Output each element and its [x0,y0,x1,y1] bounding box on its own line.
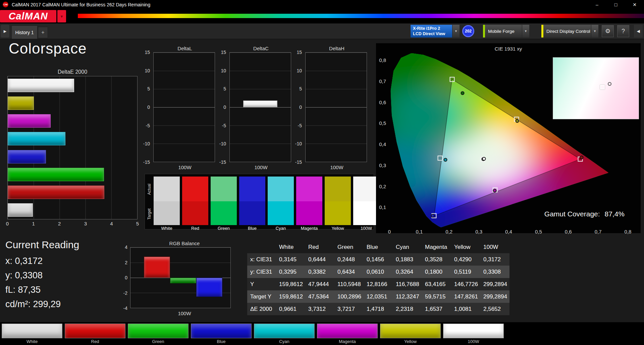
axis-tick-label: 0,4 [505,229,512,234]
current-reading-title: Current Reading [5,239,79,251]
source-dropdown[interactable]: Mobile Forge [483,25,522,38]
delta-plot-area [229,52,291,162]
axis-tick-label: -15 [295,159,302,165]
rgb-y-axis: 420-2-4 [118,247,129,308]
display-control-dropdown[interactable]: Direct Display Control [541,25,591,38]
swatch-column: 100W [353,177,379,231]
table-value-cell: 299,2894 [480,278,509,290]
logo-menu-dropdown[interactable]: ▼ [57,10,66,22]
swatch-label: Magenta [296,225,322,231]
expand-panel-icon[interactable]: ▶ [1,25,9,38]
rgb-balance-title: RGB Balance [130,240,239,247]
axis-tick-label: 4 [110,221,113,226]
table-value-cell: 0,5119 [451,266,480,278]
current-reading-panel: Current Reading x: 0,3172y: 0,3308fL: 87… [5,239,79,314]
table-value-cell: 100,2896 [334,290,364,303]
patch-button-white[interactable] [2,324,62,338]
table-value-cell: 159,8612 [276,290,305,303]
axis-tick-label: 0,4 [379,141,386,147]
patch-button-cyan[interactable] [254,324,315,338]
patch-label: Cyan [254,339,315,344]
table-row-label: x: CIE31 [247,253,276,266]
source-dropdown-arrow-icon[interactable]: ▼ [522,25,529,38]
patch-button-blue[interactable] [191,324,252,338]
help-icon[interactable]: ? [617,25,629,37]
table-value-cell: 2,2318 [393,303,422,315]
axis-tick-label: 2 [58,221,61,226]
reading-line: cd/m²: 299,29 [5,299,79,309]
minimize-button[interactable]: – [588,0,606,9]
maximize-button[interactable]: □ [606,0,625,9]
axis-tick-label: -2 [123,290,127,296]
swatch-actual [353,177,379,201]
table-column-header: White [276,241,305,253]
display-control-dropdown-arrow-icon[interactable]: ▼ [591,25,598,38]
delta-l-chart: DeltaL151050-5-10-15100W [139,46,216,170]
axis-tick-label: 0,1 [379,204,386,210]
deltae-bar-green [8,168,104,181]
patch-label: White [2,339,62,344]
add-tab-button[interactable]: + [38,27,48,38]
swatch-target [268,201,294,225]
axis-tick-label: 0,2 [445,229,452,234]
table-row-label: ΔE 2000 [247,303,276,315]
table-value-cell: 3,7217 [334,303,364,315]
axis-tick-label: 10 [221,68,226,73]
bottom-bar: WhiteRedGreenBlueCyanMagentaYellow100W ▲… [0,322,644,345]
tab-history-1[interactable]: History 1 [11,25,38,39]
swatch-label: White [154,225,180,231]
swatch-actual [325,177,351,201]
swatch-column: Cyan [268,177,294,231]
patch-label: Green [128,339,189,344]
deltae-x-axis: 012345 [7,219,138,227]
measured-marker-green [461,91,464,95]
meter-status-badge[interactable]: 202 [462,25,474,37]
patch-button-green[interactable] [128,324,189,338]
patch-label: Magenta [317,339,378,344]
table-value-cell: 0,6434 [334,266,364,278]
axis-tick-label: -5 [222,123,226,128]
patch-button-magenta[interactable] [317,324,378,338]
reading-line: y: 0,3308 [5,270,79,281]
meter-dropdown[interactable]: X-Rite i1Pro 2 LCD Direct View [411,25,452,38]
table-value-cell: 112,3247 [393,290,422,303]
swatch-target [154,201,180,225]
table-value-cell: 1,4718 [364,303,393,315]
cie-chart-title: CIE 1931 xy [376,46,641,52]
gear-icon[interactable]: ⚙ [602,25,614,37]
calman-logo-text: CalMAN [0,10,56,22]
chart-title: DeltaL [153,46,216,52]
swatch-actual [239,177,265,201]
table-value-cell: 147,8261 [451,290,480,303]
table-value-cell: 110,5948 [334,278,364,290]
table-value-cell: 63,4165 [422,278,451,290]
gamut-coverage-readout: Gamut Coverage: 87,4% [542,210,625,218]
patch-label: Red [65,339,125,344]
measured-marker-cyan [444,158,447,162]
swatch-label: 100W [353,225,379,231]
measurement-table: WhiteRedGreenBlueCyanMagentaYellow100Wx:… [247,241,509,315]
actual-target-swatch-strip: Actual Target WhiteRedGreenBlueCyanMagen… [145,174,374,229]
rgb-balance-chart: RGB Balance 420-2-4 100W [118,240,239,316]
axis-tick-label: 0,8 [625,229,632,234]
patch-button-red[interactable] [65,324,125,338]
close-button[interactable]: ✕ [625,0,644,9]
deltae-bar-row [8,132,137,145]
deltae-bar-row [8,203,137,217]
calman-logo[interactable]: CalMAN ▼ [0,10,66,22]
rgb-x-label: 100W [130,308,239,316]
measured-marker-magenta [493,189,496,193]
meter-name: X-Rite i1Pro 2 [413,26,452,31]
swatch-target [353,201,379,225]
patch-button-yellow[interactable] [380,324,441,338]
collapse-panel-icon[interactable]: ◀ [634,25,643,38]
deltae-bar-cyan [8,132,65,145]
meter-dropdown-arrow-icon[interactable]: ▼ [452,25,460,38]
swatch-label: Red [182,225,208,231]
table-column-header: Magenta [422,241,451,253]
patch-button-100w[interactable] [443,324,504,338]
delta-bar [243,100,277,107]
title-bar: CM CalMAN 2017 CalMAN Ultimate for Busin… [0,0,644,9]
rainbow-gradient-strip [78,14,644,18]
rgb-bar-green [170,278,196,283]
